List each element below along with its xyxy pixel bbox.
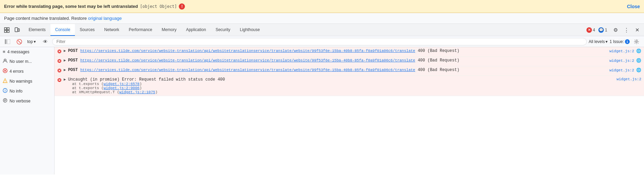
url-link-1[interactable]: https://services.tilde.com/service/websi…	[80, 49, 415, 53]
svg-rect-0	[4, 28, 6, 30]
stack-line-1: at t.exports (widget.js:2:6578)	[68, 82, 641, 86]
console-filter-input[interactable]	[52, 38, 587, 45]
row-content-4: Uncaught (in promise) Error: Request fai…	[68, 77, 641, 94]
stack-text-3: at XMLHttpRequest.T (	[72, 90, 120, 94]
issue-label: 1 Issue:	[610, 39, 624, 44]
error-count: 4	[593, 28, 595, 32]
console-row-2: ▶ POST https://services.tilde.com/servic…	[54, 57, 644, 66]
context-selector[interactable]: top ▾	[26, 39, 37, 45]
stack-text-2: at t.exports (	[72, 86, 104, 90]
error-row-icon-3	[57, 68, 62, 74]
row-main-2: POST https://services.tilde.com/service/…	[68, 58, 459, 63]
method-tag-1: POST	[68, 48, 78, 53]
sidebar-item-user[interactable]: No user m...	[0, 56, 54, 66]
svg-point-17	[5, 89, 5, 89]
tab-security[interactable]: Security	[211, 24, 235, 36]
tab-sources[interactable]: Sources	[75, 24, 99, 36]
file-link-3[interactable]: widget.js:2	[609, 68, 634, 72]
translation-error-banner: Error while translating page, some text …	[0, 0, 644, 13]
devtools-left-icons	[0, 25, 24, 35]
sidebar-item-messages[interactable]: ≡ 4 messages	[0, 47, 54, 56]
translation-banner-content: Error while translating page, some text …	[4, 3, 185, 10]
status-text-2: 400 (Bad Request)	[418, 58, 459, 63]
sidebar-toggle-button[interactable]	[3, 37, 12, 46]
tab-console[interactable]: Console	[50, 24, 75, 36]
tab-performance[interactable]: Performance	[124, 24, 157, 36]
context-dropdown-icon: ▾	[34, 39, 36, 44]
sidebar-item-warnings[interactable]: No warnings	[0, 76, 54, 86]
tab-memory[interactable]: Memory	[157, 24, 181, 36]
context-label: top	[27, 39, 33, 44]
expand-arrow-1[interactable]: ▶	[64, 48, 66, 53]
stack-link-3[interactable]: widget.js:2:1075	[119, 90, 155, 94]
more-options-icon[interactable]: ⋮	[622, 25, 631, 35]
close-banner-button[interactable]: Close	[627, 4, 640, 9]
row-content-1: POST https://services.tilde.com/service/…	[68, 48, 641, 54]
sidebar-item-errors[interactable]: 4 errors	[0, 66, 54, 76]
console-sidebar: ≡ 4 messages No user m... 4 errors	[0, 47, 54, 174]
restore-language-link[interactable]: original language	[88, 16, 122, 21]
device-toggle-icon[interactable]	[12, 25, 22, 35]
devtools-tab-bar: Elements Console Sources Network Perform…	[0, 24, 644, 36]
stack-link-1[interactable]: widget.js:2:6578	[104, 82, 140, 86]
row-main-3: POST https://services.tilde.com/service/…	[68, 68, 459, 72]
sidebar-warnings-label: No warnings	[10, 79, 32, 84]
close-devtools-icon[interactable]: ✕	[632, 25, 642, 35]
sidebar-info-label: No info	[10, 89, 22, 94]
stack-link-2[interactable]: widget.js:2:9006	[104, 86, 140, 90]
error-row-icon-4	[57, 78, 62, 84]
sidebar-item-info[interactable]: No info	[0, 86, 54, 96]
row-content-3: POST https://services.tilde.com/service/…	[68, 68, 641, 73]
levels-chevron: ▾	[606, 39, 608, 44]
issue-count-badge: 1	[625, 39, 630, 44]
block-requests-button[interactable]: 🚫	[14, 37, 24, 46]
issues-badge: 1 Issue: 1	[610, 39, 630, 44]
url-link-2[interactable]: https://services.tilde.com/service/websi…	[80, 58, 415, 62]
translation-error-text: Error while translating page, some text …	[4, 4, 138, 9]
row-content-2: POST https://services.tilde.com/service/…	[68, 58, 641, 63]
method-tag-2: POST	[68, 58, 78, 63]
main-area: ≡ 4 messages No user m... 4 errors	[0, 47, 644, 174]
console-row-1: ▶ POST https://services.tilde.com/servic…	[54, 47, 644, 57]
expand-arrow-4[interactable]: ▶	[64, 77, 66, 82]
tab-network[interactable]: Network	[99, 24, 124, 36]
settings-icon[interactable]: ⚙	[611, 25, 620, 35]
expand-arrow-2[interactable]: ▶	[64, 58, 66, 62]
user-icon	[3, 58, 7, 64]
tab-elements[interactable]: Elements	[24, 24, 50, 36]
message-count: 1	[605, 28, 607, 32]
globe-icon-3[interactable]: 🌐	[636, 68, 641, 73]
globe-icon-1[interactable]: 🌐	[636, 48, 641, 54]
sidebar-item-verbose[interactable]: No verbose	[0, 96, 54, 106]
eye-button[interactable]: 👁	[41, 37, 50, 46]
console-row-3: ▶ POST https://services.tilde.com/servic…	[54, 66, 644, 76]
svg-rect-1	[7, 28, 9, 30]
globe-icon-2[interactable]: 🌐	[636, 58, 641, 63]
method-tag-3: POST	[68, 68, 78, 72]
file-link-2[interactable]: widget.js:2	[609, 59, 634, 63]
console-row-4: ▶ Uncaught (in promise) Error: Request f…	[54, 76, 644, 96]
message-count-badge: 💬 1	[598, 27, 607, 33]
inspector-icon[interactable]	[2, 25, 12, 35]
devtools-right-icons: ✕ 4 💬 1 ⚙ ⋮ ✕	[584, 25, 644, 35]
levels-dropdown[interactable]: All levels ▾	[589, 39, 608, 44]
console-output: ▶ POST https://services.tilde.com/servic…	[54, 47, 644, 174]
warnings-icon	[3, 78, 7, 84]
restore-text: Page content machine translated. Restore	[4, 16, 87, 21]
expand-arrow-3[interactable]: ▶	[64, 68, 66, 72]
stack-line-3: at XMLHttpRequest.T (widget.js:2:1075)	[68, 90, 641, 94]
console-toolbar: 🚫 top ▾ 👁 All levels ▾ 1 Issue: 1	[0, 36, 644, 47]
status-text-1: 400 (Bad Request)	[418, 48, 459, 53]
tab-application[interactable]: Application	[181, 24, 211, 36]
error-circle-icon: !	[179, 3, 185, 10]
file-link-1[interactable]: widget.js:2	[609, 49, 634, 53]
sidebar-verbose-label: No verbose	[10, 99, 30, 103]
errors-icon	[3, 68, 7, 74]
file-link-4[interactable]: widget.js:2	[614, 77, 641, 81]
tab-lighthouse[interactable]: Lighthouse	[235, 24, 265, 36]
message-badge-icon: 💬	[598, 27, 604, 33]
console-settings-icon[interactable]	[632, 37, 641, 46]
svg-rect-6	[5, 39, 6, 44]
row-flex-1: POST https://services.tilde.com/service/…	[68, 48, 641, 54]
url-link-3[interactable]: https://services.tilde.com/service/websi…	[80, 68, 415, 72]
